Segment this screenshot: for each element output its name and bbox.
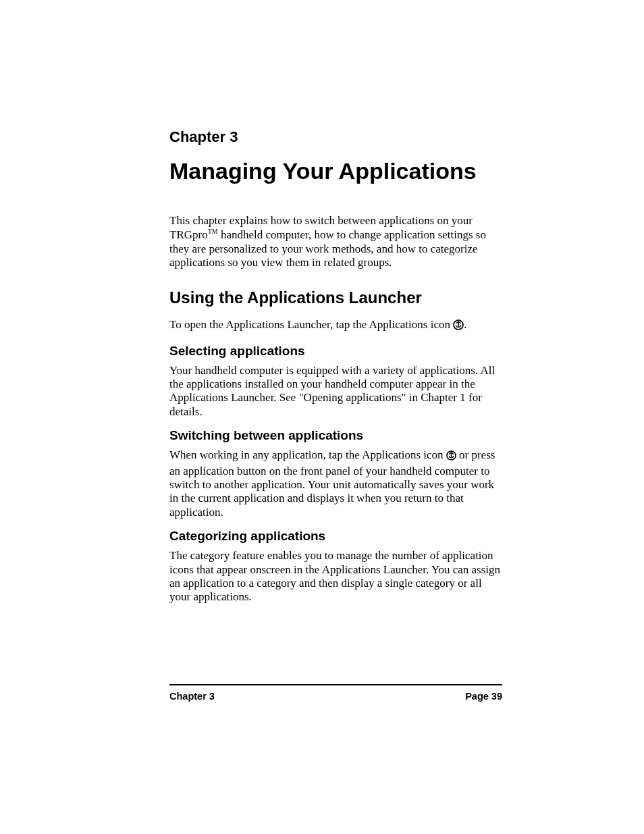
launcher-text-b: . (464, 318, 466, 331)
categorizing-paragraph: The category feature enables you to mana… (169, 549, 502, 604)
intro-paragraph: This chapter explains how to switch betw… (169, 214, 502, 269)
footer-chapter-label: Chapter 3 (169, 691, 215, 702)
section-heading-launcher: Using the Applications Launcher (169, 288, 502, 307)
footer-page-number: Page 39 (465, 691, 502, 702)
switching-text-a: When working in any application, tap the… (169, 448, 446, 461)
launcher-text-a: To open the Applications Launcher, tap t… (169, 318, 453, 331)
subheading-categorizing: Categorizing applications (169, 529, 502, 544)
selecting-paragraph: Your handheld computer is equipped with … (169, 364, 502, 419)
chapter-title: Managing Your Applications (169, 158, 502, 184)
applications-icon (453, 319, 464, 334)
subheading-selecting: Selecting applications (169, 344, 502, 359)
page-footer: Chapter 3 Page 39 (169, 684, 502, 702)
trademark-symbol: TM (208, 228, 218, 235)
subheading-switching: Switching between applications (169, 428, 502, 443)
switching-paragraph: When working in any application, tap the… (169, 448, 502, 519)
applications-icon (446, 450, 456, 464)
launcher-open-paragraph: To open the Applications Launcher, tap t… (169, 318, 502, 334)
chapter-label: Chapter 3 (169, 128, 502, 146)
